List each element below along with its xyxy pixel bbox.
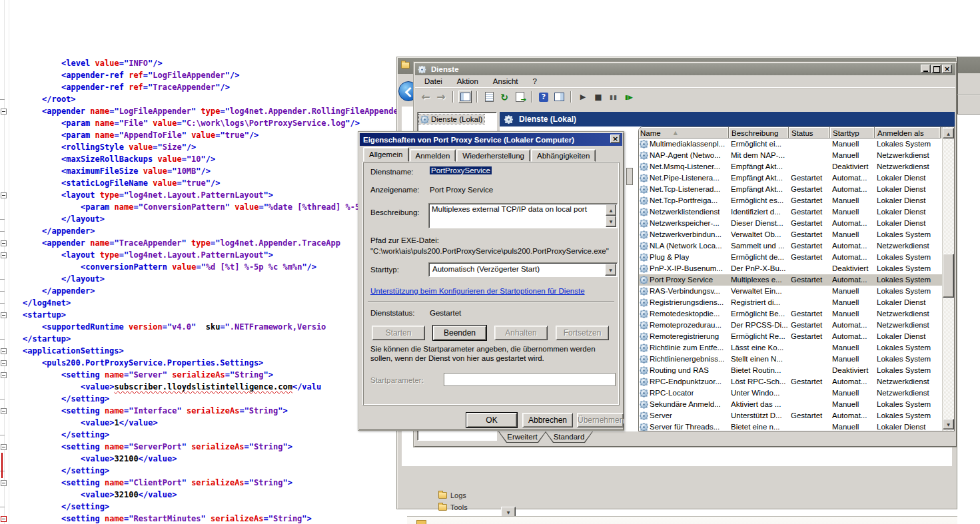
startup-options-help-link[interactable]: Unterstützung beim Konfigurieren der Sta… <box>370 287 585 295</box>
service-row[interactable]: RPC-Endpunktzuor...Löst RPC-Sch...Gestar… <box>639 376 942 388</box>
description-scroll-down-button[interactable] <box>606 216 616 227</box>
column-header-status[interactable]: Status <box>789 127 830 138</box>
folder-list-item[interactable]: Tools <box>438 503 468 512</box>
apply-button[interactable]: Übernehmen <box>577 413 624 427</box>
service-row[interactable]: Remoteprozedurau...Der RPCSS-Di...Gestar… <box>639 320 942 331</box>
view-tab-standard[interactable]: Standard <box>545 431 593 443</box>
menu-item-datei[interactable]: Datei <box>424 77 442 85</box>
fold-tick-icon[interactable] <box>0 435 5 435</box>
description-scroll-up-button[interactable] <box>606 204 616 216</box>
help-icon[interactable] <box>537 91 550 103</box>
service-row[interactable]: Sekundäre Anmeld...Aktiviert das ...Manu… <box>639 399 942 410</box>
service-row[interactable]: NAP-Agent (Netwo...Mit dem NAP-...Manuel… <box>639 150 942 161</box>
service-row[interactable]: Multimediaklassenpl...Ermöglicht ei...Ma… <box>639 138 942 150</box>
service-row[interactable]: Plug & PlayErmöglicht de...GestartetAuto… <box>639 252 942 263</box>
service-row[interactable]: Net.Pipe-Listenera...Empfängt Akt...Gest… <box>639 172 942 184</box>
menu-item-ansicht[interactable]: Ansicht <box>493 77 518 85</box>
service-row[interactable]: NetzwerklistendienstIdentifiziert d...Ge… <box>639 206 942 218</box>
fold-box-icon[interactable] <box>1 372 7 378</box>
startup-type-select[interactable]: Automatisch (Verzögerter Start) <box>428 262 618 277</box>
fold-tick-icon[interactable] <box>0 219 5 220</box>
start-button[interactable]: Starten <box>372 326 425 340</box>
menu-item-?[interactable]: ? <box>533 77 537 85</box>
service-row[interactable]: RemoteregistrierungErmöglicht Re...Gesta… <box>639 331 942 342</box>
tree-item-dienste-lokal[interactable]: Dienste (Lokal) <box>419 115 484 124</box>
column-header-anmelden-als[interactable]: Anmelden als <box>875 127 941 138</box>
view-tab-erweitert[interactable]: Erweitert <box>498 431 546 443</box>
service-row[interactable]: RAS-Verbindungsv...Verwaltet Ein...Manue… <box>639 286 942 297</box>
scroll-down-button[interactable] <box>943 419 954 429</box>
properties-icon[interactable] <box>482 91 496 103</box>
fold-box-icon[interactable] <box>1 444 7 450</box>
vertical-scrollbar[interactable] <box>942 127 954 431</box>
export-list-icon[interactable] <box>513 91 526 103</box>
tab-anmelden[interactable]: Anmelden <box>410 149 456 162</box>
service-row[interactable]: Richtlinienergebniss...Stellt einen N...… <box>639 354 942 365</box>
service-row[interactable]: NLA (Network Loca...Sammelt und ...Gesta… <box>639 240 942 252</box>
service-row[interactable]: RPC-LocatorUnter Windo...ManuellNetzwerk… <box>639 388 942 399</box>
dialog-titlebar[interactable]: Eigenschaften von Port Proxy Service (Lo… <box>360 133 622 146</box>
column-header-name[interactable]: Name▲ <box>639 127 729 138</box>
service-row[interactable]: ServerUnterstützt D...GestartetAutomat..… <box>639 410 942 421</box>
maximize-button[interactable] <box>931 65 941 73</box>
folder-list-item[interactable]: Logs <box>438 491 466 500</box>
service-row[interactable]: PnP-X-IP-Busenum...Der PnP-X-Bu...Deakti… <box>639 263 942 274</box>
fold-box-icon[interactable] <box>1 312 7 318</box>
service-row[interactable]: Remotedesktopdie...Ermöglicht Be...Gesta… <box>639 308 942 320</box>
dialog-close-button[interactable] <box>610 134 620 143</box>
fold-box-icon[interactable] <box>1 480 7 486</box>
service-row[interactable]: Netzwerkverbindun...Verwaltet Ob...Gesta… <box>639 229 942 240</box>
scrollbar-thumb[interactable] <box>943 254 954 298</box>
tab-allgemein[interactable]: Allgemein <box>363 147 409 162</box>
fold-box-icon[interactable] <box>1 360 7 366</box>
pause-button[interactable]: Anhalten <box>494 326 548 340</box>
tab-wiederherstellung[interactable]: Wiederherstellung <box>456 149 530 162</box>
fold-tick-icon[interactable] <box>0 99 5 100</box>
column-header-starttyp[interactable]: Starttyp <box>830 127 875 138</box>
fold-box-icon[interactable] <box>1 516 7 522</box>
service-row[interactable]: Net.Msmq-Listener...Empfängt Akt...Deakt… <box>639 161 942 172</box>
refresh-icon[interactable] <box>498 91 511 103</box>
service-row[interactable]: Port Proxy ServiceMultiplexes e...Gestar… <box>639 274 942 286</box>
back-icon[interactable] <box>419 91 432 103</box>
fold-box-icon[interactable] <box>1 109 7 115</box>
play-icon[interactable] <box>576 91 590 103</box>
cancel-button[interactable]: Abbrechen <box>522 413 573 427</box>
fold-tick-icon[interactable] <box>0 231 5 232</box>
pause-icon[interactable] <box>607 91 620 103</box>
close-button[interactable] <box>942 65 952 73</box>
fold-box-icon[interactable] <box>1 192 7 198</box>
service-row[interactable]: Server für Threads...Bietet eine n...Man… <box>639 421 942 431</box>
combo-dropdown-button[interactable] <box>605 264 616 276</box>
forward-icon[interactable] <box>434 91 448 103</box>
fold-box-icon[interactable] <box>1 408 7 414</box>
fold-box-icon[interactable] <box>1 348 7 354</box>
fold-box-icon[interactable] <box>1 240 7 246</box>
service-row[interactable]: Routing und RASBietet Routin...Deaktivie… <box>639 365 942 376</box>
service-row[interactable]: Richtlinie zum Entfe...Lässt eine Ko...M… <box>639 342 942 354</box>
service-row[interactable]: Net.Tcp-Listenerad...Empfängt Akt...Gest… <box>639 184 942 195</box>
description-field[interactable]: Multiplexes external TCP/IP data on loca… <box>428 203 618 228</box>
scroll-up-button[interactable] <box>943 128 954 138</box>
service-row[interactable]: Registrierungsdiens...Registriert di...M… <box>639 297 942 308</box>
stop-button[interactable]: Beenden <box>433 326 486 340</box>
fold-tick-icon[interactable] <box>0 507 5 507</box>
tab-abhängigkeiten[interactable]: Abhängigkeiten <box>531 149 596 162</box>
minimize-button[interactable] <box>921 65 931 73</box>
service-name-value[interactable]: PortProxyService <box>430 166 492 174</box>
restart-icon[interactable] <box>622 91 636 103</box>
services-titlebar[interactable]: Dienste <box>415 63 955 75</box>
menu-item-aktion[interactable]: Aktion <box>457 77 478 85</box>
fold-tick-icon[interactable] <box>0 279 5 280</box>
service-row[interactable]: Net.Tcp-Portfreiga...Ermöglicht es...Ges… <box>639 195 942 206</box>
extended-view-icon[interactable] <box>552 91 566 103</box>
fold-tick-icon[interactable] <box>0 399 5 399</box>
fold-tick-icon[interactable] <box>0 291 5 292</box>
ok-button[interactable]: OK <box>466 413 517 427</box>
resume-button[interactable]: Fortsetzen <box>556 326 609 340</box>
start-parameters-input[interactable] <box>444 373 616 386</box>
show-tree-icon[interactable] <box>458 91 472 103</box>
fold-tick-icon[interactable] <box>0 303 5 304</box>
fold-box-icon[interactable] <box>1 252 7 258</box>
stop-icon[interactable] <box>592 91 605 103</box>
